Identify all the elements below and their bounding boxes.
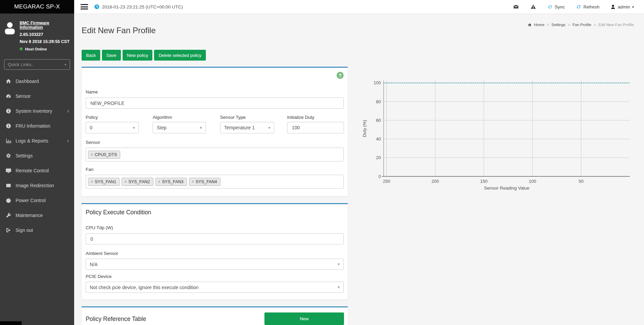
pcie-device-select[interactable]: Not check pcie device, ignore this execu…	[86, 282, 344, 293]
gauge-icon	[5, 93, 12, 99]
policy-select[interactable]: 0▾	[86, 122, 139, 133]
initialize-duty-label: Initialize Duty	[287, 115, 314, 120]
alerts-button[interactable]	[530, 4, 536, 9]
hamburger-menu-icon[interactable]	[81, 3, 88, 11]
messages-button[interactable]	[513, 4, 519, 9]
sidebar-item-fru-information[interactable]: FRU Information	[0, 118, 74, 133]
sidebar-item-sign-out[interactable]: Sign out	[0, 223, 74, 238]
sidebar-item-system-inventory[interactable]: System Inventory›	[0, 104, 74, 118]
fan-multiselect[interactable]: ×SYS_FAN1×SYS_FAN2×SYS_FAN3×SYS_FAN4	[86, 175, 344, 189]
tag-sys-fan4[interactable]: ×SYS_FAN4	[189, 178, 220, 186]
pcie-device-value: Not check pcie device, ignore this execu…	[90, 285, 198, 290]
sidebar-item-label: Sensor	[16, 93, 30, 99]
sidebar-item-settings[interactable]: Settings	[0, 148, 74, 163]
sidebar-item-label: Settings	[16, 153, 33, 158]
breadcrumb-separator: >	[594, 23, 596, 27]
sidebar-item-label: Sign out	[16, 228, 33, 233]
remove-tag-icon[interactable]: ×	[124, 179, 127, 184]
policy-label: Policy	[86, 115, 98, 120]
chevron-down-icon: ▾	[338, 262, 340, 266]
policy-execute-condition-card: Policy Execute Condition CPU Tdp (W) Amb…	[82, 203, 348, 300]
sidebar-item-label: Image Redirection	[16, 183, 54, 188]
chevron-down-icon: ▾	[268, 126, 270, 130]
algorithm-select[interactable]: Step▾	[153, 122, 206, 133]
name-input[interactable]	[86, 98, 344, 109]
chevron-right-icon: ›	[67, 108, 69, 114]
tag-sys-fan1[interactable]: ×SYS_FAN1	[88, 178, 120, 186]
breadcrumb-item-settings[interactable]: Settings	[552, 23, 566, 27]
policy-reference-table-card: Policy Reference Table New	[82, 306, 348, 325]
save-button[interactable]: Save	[102, 50, 121, 61]
svg-text:Sensor Reading Value: Sensor Reading Value	[484, 186, 529, 191]
clock-icon	[94, 4, 100, 9]
chevron-down-icon: ▾	[65, 63, 66, 66]
gear-icon	[5, 153, 12, 158]
pcie-device-label: PCIE Device	[86, 274, 112, 279]
sidebar-item-sensor[interactable]: Sensor	[0, 89, 74, 104]
breadcrumb-item-fan-profile[interactable]: Fan Profile	[573, 23, 592, 27]
svg-text:80: 80	[376, 99, 381, 104]
breadcrumb-item-home[interactable]: Home	[534, 23, 544, 27]
tag-cpu0-dts[interactable]: ×CPU0_DTS	[88, 151, 120, 159]
sensor-type-label: Sensor Type	[220, 115, 246, 120]
host-status: Host Online	[25, 47, 47, 51]
tag-label: SYS_FAN2	[128, 179, 150, 184]
sidebar-item-label: FRU Information	[16, 123, 50, 129]
ambient-sensor-select[interactable]: N/A▾	[86, 259, 344, 270]
topbar: 2018-01-23 23:21:25 (UTC+00:00 UTC) Sync…	[74, 0, 644, 14]
disk-icon	[5, 182, 12, 188]
monitor-icon	[5, 168, 12, 173]
delete-selected-policy-button[interactable]: Delete selected policy	[154, 50, 206, 61]
avatar	[4, 21, 16, 51]
sensor-multiselect[interactable]: ×CPU0_DTS	[86, 148, 344, 161]
firmware-summary: BMC Firmware Information 2.65.103227 Nov…	[0, 14, 74, 51]
remove-tag-icon[interactable]: ×	[91, 152, 93, 157]
sidebar-item-power-control[interactable]: Power Control	[0, 193, 74, 208]
svg-text:200: 200	[431, 179, 439, 184]
new-policy-button[interactable]: New policy	[123, 50, 153, 61]
sync-icon	[548, 4, 553, 9]
tag-label: SYS_FAN3	[162, 179, 184, 184]
caret-down-icon: ▾	[632, 5, 634, 9]
tag-sys-fan2[interactable]: ×SYS_FAN2	[122, 178, 153, 186]
sidebar-item-maintenance[interactable]: Maintenance	[0, 208, 74, 223]
back-button[interactable]: Back	[82, 50, 100, 61]
sidebar-item-logs-reports[interactable]: Logs & Reports›	[0, 133, 74, 148]
refresh-button[interactable]: Refresh	[576, 4, 599, 9]
sidebar-bottom-strip	[0, 321, 22, 325]
sidebar-menu: DashboardSensorSystem Inventory›FRU Info…	[0, 74, 74, 238]
initialize-duty-input[interactable]	[287, 122, 344, 133]
breadcrumb: Home>Settings>Fan Profile>Edit New Fan P…	[528, 23, 634, 27]
help-icon[interactable]: ?	[337, 72, 344, 79]
home-icon	[528, 23, 532, 27]
bmc-firmware-information-link[interactable]: BMC Firmware Information	[20, 21, 71, 30]
breadcrumb-separator: >	[547, 23, 549, 27]
server-datetime: 2018-01-23 23:21:25 (UTC+00:00 UTC)	[102, 4, 183, 9]
remove-tag-icon[interactable]: ×	[91, 179, 93, 184]
remove-tag-icon[interactable]: ×	[192, 179, 194, 184]
refresh-icon	[576, 4, 581, 9]
page-title: Edit New Fan Profile	[82, 26, 156, 35]
sync-button[interactable]: Sync	[548, 4, 565, 9]
sidebar-item-dashboard[interactable]: Dashboard	[0, 74, 74, 89]
tag-sys-fan3[interactable]: ×SYS_FAN3	[155, 178, 187, 186]
sync-label: Sync	[555, 4, 565, 9]
sidebar: MEGARAC SP-X BMC Firmware Information 2.…	[0, 0, 74, 325]
svg-text:100: 100	[529, 179, 536, 184]
algorithm-label: Algorithm	[153, 115, 172, 120]
chevron-down-icon: ▾	[133, 126, 135, 130]
new-policy-row-button[interactable]: New	[264, 312, 344, 325]
remove-tag-icon[interactable]: ×	[158, 179, 160, 184]
host-online-dot	[20, 47, 23, 50]
sensor-type-select[interactable]: Temperature 1▾	[220, 122, 274, 133]
quick-links-dropdown[interactable]: Quick Links.. ▾	[4, 59, 70, 70]
sidebar-item-remote-control[interactable]: Remote Control	[0, 163, 74, 178]
tag-label: CPU0_DTS	[95, 152, 117, 157]
sidebar-item-label: Dashboard	[16, 79, 39, 84]
sidebar-item-image-redirection[interactable]: Image Redirection	[0, 178, 74, 193]
svg-text:40: 40	[376, 136, 381, 142]
warning-icon	[530, 4, 536, 9]
user-name: admin	[618, 4, 630, 9]
user-menu[interactable]: admin ▾	[610, 4, 634, 9]
cpu-tdp-input[interactable]	[86, 233, 344, 244]
